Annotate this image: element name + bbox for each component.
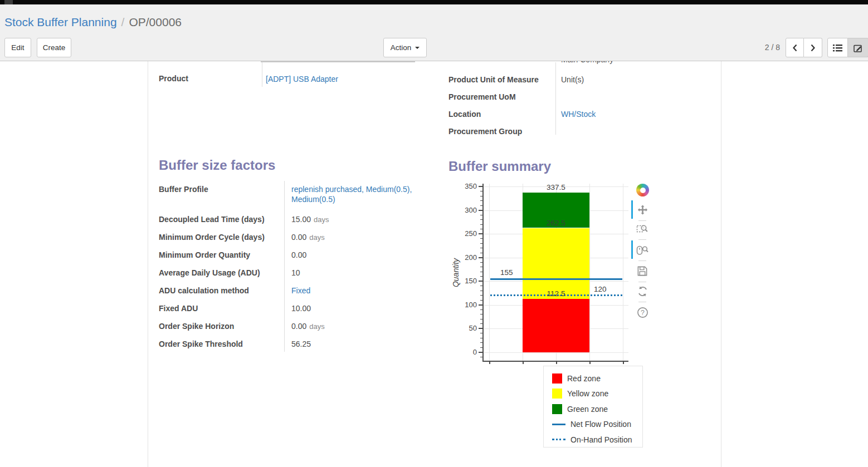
- stock-buffer-planning-screen: Stock Buffer Planning/OP/00006 Edit Crea…: [0, 0, 868, 467]
- y-tick: [480, 229, 482, 229]
- y-gridline: [484, 352, 628, 353]
- clipped-company-value: Main Company: [561, 61, 684, 66]
- y-tick: [480, 215, 482, 215]
- zone-boundary-label: 337.5: [523, 183, 589, 191]
- factor-row-decoupled-lead-time-days: Decoupled Lead Time (days)15.00days: [159, 211, 440, 229]
- caret-down-icon: [415, 47, 420, 49]
- factor-row-minimum-order-quantity: Minimum Order Quantity0.00: [159, 247, 440, 264]
- breadcrumb-parent-link[interactable]: Stock Buffer Planning: [4, 16, 117, 28]
- toolbar-divider: [638, 239, 646, 240]
- location-value[interactable]: WH/Stock: [555, 109, 596, 119]
- product-unit-of-measure-label: Product Unit of Measure: [448, 75, 555, 85]
- minimum-order-quantity-label: Minimum Order Quantity: [159, 250, 284, 260]
- adu-calculation-method-label: ADU calculation method: [159, 286, 284, 296]
- box-zoom-tool-icon[interactable]: [635, 222, 650, 236]
- factor-row-order-spike-horizon: Order Spike Horizon0.00days: [159, 318, 440, 336]
- top-nav-active-item: [4, 0, 13, 4]
- wheel-zoom-tool-icon[interactable]: [635, 243, 650, 257]
- bokeh-logo-icon[interactable]: [636, 184, 649, 196]
- y-tick-label: 350: [456, 182, 477, 190]
- product-field-value[interactable]: [ADPT] USB Adapter: [266, 74, 338, 84]
- factor-row-average-daily-usage-adu: Average Daily Usage (ADU)10: [159, 264, 440, 282]
- yellow-zone-legend-label: Yellow zone: [567, 389, 608, 398]
- y-tick: [480, 205, 482, 206]
- create-button[interactable]: Create: [37, 38, 71, 57]
- legend-item-red-zone: Red zone: [544, 371, 642, 386]
- y-tick: [480, 276, 482, 277]
- toolbar-divider: [638, 302, 646, 302]
- procurement-group-label: Procurement Group: [448, 126, 555, 136]
- buffer-summary-chart[interactable]: 155120337.5262.5112.50501001502002503003…: [450, 181, 657, 373]
- form-view-button[interactable]: [848, 38, 868, 57]
- y-tick: [480, 262, 482, 263]
- y-tick: [479, 352, 482, 353]
- action-label: Action: [391, 43, 412, 52]
- pager-buttons: [786, 38, 822, 57]
- minimum-order-quantity-value: 0.00: [291, 250, 432, 260]
- red-zone-legend-label: Red zone: [567, 374, 601, 383]
- action-dropdown-button[interactable]: Action: [383, 38, 427, 57]
- zone-boundary-label: 262.5: [523, 219, 589, 227]
- form-edit-icon: [854, 43, 862, 52]
- save-tool-icon[interactable]: [635, 264, 650, 278]
- buffer-size-factors-title: Buffer size factors: [159, 158, 275, 173]
- on-hand-position-legend-label: On-Hand Position: [570, 435, 632, 444]
- y-tick: [480, 248, 482, 248]
- y-tick: [480, 291, 482, 291]
- minimum-order-cycle-days-value: 0.00days: [291, 232, 432, 243]
- adu-calculation-method-value[interactable]: Fixed: [291, 286, 432, 296]
- fixed-adu-label: Fixed ADU: [159, 303, 284, 313]
- y-tick: [480, 253, 482, 253]
- reset-tool-icon[interactable]: [635, 284, 650, 298]
- buffer-profile-value[interactable]: replenish purchased, Medium(0.5), Medium…: [291, 184, 432, 204]
- y-tick: [480, 347, 482, 348]
- y-tick: [480, 314, 482, 314]
- y-tick: [479, 186, 482, 187]
- y-tick: [479, 257, 482, 258]
- y-tick: [480, 224, 482, 225]
- y-tick: [479, 304, 482, 306]
- x-tick: [523, 361, 524, 364]
- net-flow-position-line: [490, 278, 622, 280]
- pager-previous-button[interactable]: [786, 38, 804, 57]
- y-tick: [480, 300, 482, 301]
- chevron-left-icon: [792, 44, 798, 52]
- factor-row-buffer-profile: Buffer Profilereplenish purchased, Mediu…: [159, 181, 440, 211]
- y-tick-label: 0: [456, 348, 477, 356]
- bokeh-logo-hole: [640, 188, 646, 193]
- field-row-procurement-group: Procurement Group: [448, 122, 717, 139]
- field-row-procurement-uom: Procurement UoM: [448, 87, 717, 105]
- pan-tool-icon[interactable]: [635, 203, 650, 217]
- legend-item-yellow-zone: Yellow zone: [544, 386, 642, 402]
- on-hand-position-swatch: [552, 439, 565, 440]
- y-tick: [480, 272, 482, 272]
- y-axis-line: [482, 184, 484, 361]
- list-view-button[interactable]: [827, 38, 848, 57]
- list-icon: [832, 43, 843, 53]
- pager: 2 / 8: [751, 38, 780, 57]
- y-tick: [480, 338, 482, 338]
- yellow-zone-swatch: [552, 389, 562, 399]
- edit-button[interactable]: Edit: [4, 38, 31, 57]
- x-tick: [489, 361, 490, 364]
- help-tool-icon[interactable]: ?: [635, 305, 650, 319]
- chart-legend: Red zoneYellow zoneGreen zoneNet Flow Po…: [543, 366, 643, 448]
- yellow-zone-bar: [523, 228, 589, 299]
- zone-boundary-label: 112.5: [523, 289, 589, 298]
- breadcrumb-separator: /: [121, 16, 125, 28]
- product-unit-of-measure-value: Unit(s): [555, 75, 584, 85]
- y-tick: [480, 243, 482, 244]
- order-spike-horizon-label: Order Spike Horizon: [159, 321, 284, 331]
- y-tick: [479, 210, 482, 211]
- average-daily-usage-adu-value: 10: [291, 268, 432, 278]
- fixed-adu-value: 10.00: [291, 303, 432, 313]
- green-zone-swatch: [552, 404, 562, 414]
- pager-next-button[interactable]: [804, 38, 822, 57]
- bokeh-toolbar: ?: [630, 184, 653, 323]
- field-row-product-unit-of-measure: Product Unit of MeasureUnit(s): [448, 70, 717, 87]
- buffer-profile-label: Buffer Profile: [159, 184, 284, 194]
- y-tick: [479, 233, 482, 234]
- y-tick: [479, 281, 482, 282]
- breadcrumb-current: OP/00006: [129, 16, 182, 28]
- order-spike-horizon-value: 0.00days: [291, 321, 432, 332]
